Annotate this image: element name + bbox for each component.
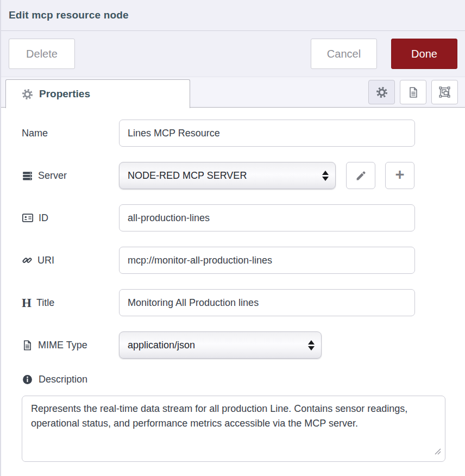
file-lines-icon bbox=[22, 340, 33, 351]
info-circle-icon bbox=[22, 374, 33, 385]
link-icon bbox=[22, 255, 33, 266]
properties-tool-button[interactable] bbox=[368, 80, 395, 104]
plus-icon: + bbox=[395, 167, 405, 183]
object-group-icon bbox=[438, 86, 451, 98]
edit-server-button[interactable] bbox=[346, 162, 375, 189]
form-row-mime: MIME Type application/json bbox=[22, 331, 444, 359]
server-select-value: NODE-RED MCP SERVER bbox=[128, 170, 247, 181]
select-arrows-icon bbox=[322, 171, 329, 181]
form-row-server: Server NODE-RED MCP SERVER + bbox=[22, 162, 444, 189]
pencil-icon bbox=[355, 170, 367, 181]
description-tool-button[interactable] bbox=[400, 80, 426, 104]
uri-label: URI bbox=[22, 255, 119, 266]
done-button[interactable]: Done bbox=[391, 39, 457, 69]
form-row-uri: URI bbox=[22, 247, 444, 274]
gear-icon bbox=[22, 89, 33, 100]
id-card-icon bbox=[22, 212, 34, 224]
server-icon bbox=[22, 170, 33, 181]
add-server-button[interactable]: + bbox=[385, 162, 414, 189]
properties-form: Name Serve bbox=[1, 108, 465, 462]
header-icon: H bbox=[22, 297, 32, 309]
gear-icon bbox=[376, 86, 388, 98]
id-input[interactable] bbox=[119, 204, 415, 231]
id-label-text: ID bbox=[39, 212, 48, 224]
uri-input[interactable] bbox=[119, 247, 415, 274]
cancel-button[interactable]: Cancel bbox=[311, 39, 377, 69]
description-label: Description bbox=[22, 374, 444, 385]
select-arrows-icon bbox=[308, 340, 315, 350]
title-label: H Title bbox=[22, 297, 119, 309]
edit-node-dialog: Edit mcp resource node Delete Cancel Don… bbox=[0, 0, 465, 476]
name-label: Name bbox=[22, 128, 119, 139]
id-label: ID bbox=[22, 212, 119, 224]
delete-button[interactable]: Delete bbox=[9, 39, 75, 69]
name-input[interactable] bbox=[119, 120, 415, 147]
tab-bar: Properties bbox=[1, 77, 465, 108]
tab-toolbar bbox=[368, 80, 458, 104]
mime-type-select[interactable]: application/json bbox=[119, 331, 322, 359]
dialog-header: Edit mcp resource node bbox=[1, 0, 465, 31]
description-field-wrapper: Represents the real-time data stream for… bbox=[22, 396, 444, 462]
mime-label: MIME Type bbox=[22, 340, 119, 351]
dialog-title: Edit mcp resource node bbox=[9, 9, 129, 21]
name-label-text: Name bbox=[22, 128, 48, 139]
server-label: Server bbox=[22, 170, 119, 181]
mime-label-text: MIME Type bbox=[38, 340, 87, 351]
description-textarea[interactable]: Represents the real-time data stream for… bbox=[22, 396, 445, 462]
server-label-text: Server bbox=[38, 170, 67, 181]
description-label-text: Description bbox=[39, 374, 87, 385]
server-select[interactable]: NODE-RED MCP SERVER bbox=[119, 162, 336, 189]
form-row-title: H Title bbox=[22, 289, 444, 316]
file-lines-icon bbox=[407, 86, 419, 98]
form-row-name: Name bbox=[22, 120, 444, 147]
uri-label-text: URI bbox=[37, 255, 54, 266]
action-bar: Delete Cancel Done bbox=[1, 31, 465, 77]
title-input[interactable] bbox=[119, 289, 415, 316]
tab-properties[interactable]: Properties bbox=[5, 79, 190, 108]
tab-properties-label: Properties bbox=[39, 88, 90, 100]
form-row-id: ID bbox=[22, 204, 444, 231]
mime-type-select-value: application/json bbox=[128, 340, 195, 351]
appearance-tool-button[interactable] bbox=[431, 80, 458, 104]
title-label-text: Title bbox=[36, 297, 54, 309]
